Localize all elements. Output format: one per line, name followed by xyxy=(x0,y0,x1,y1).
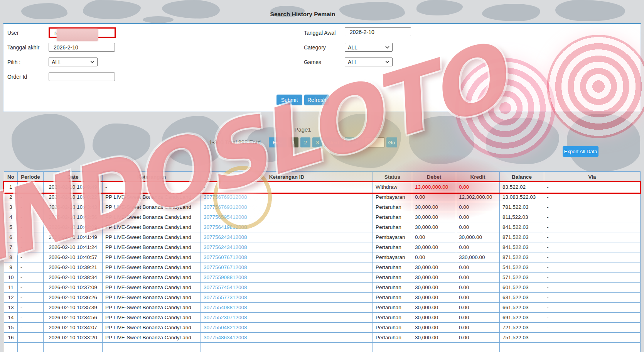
cell: 601,522.03 xyxy=(500,283,544,293)
cell: PP LIVE-Sweet Bonanza CandyLand xyxy=(103,222,201,232)
cell: PP LIVE-Sweet Bonanza CandyLand xyxy=(103,242,201,252)
header-date: Date xyxy=(44,172,103,182)
cell xyxy=(44,343,103,352)
keterangan-id-link[interactable]: 307755577312008 xyxy=(201,293,373,303)
cell: Pertaruhan xyxy=(373,262,412,272)
cell: 11 xyxy=(4,283,18,293)
cell: Pertaruhan xyxy=(373,272,412,283)
pagination: First 1 2 3 Next Last Go xyxy=(269,137,397,147)
go-button[interactable]: Go xyxy=(386,137,397,147)
tanggal-akhir-input[interactable] xyxy=(49,43,115,52)
goto-page-input[interactable] xyxy=(364,137,384,147)
keterangan-id-link[interactable]: 307756769312008 xyxy=(201,192,373,202)
export-all-data-button[interactable]: Export All Data xyxy=(563,146,598,157)
cell: Pertaruhan xyxy=(373,222,412,232)
table-row: 13-2026-02-10 10:35:39PP LIVE-Sweet Bona… xyxy=(4,303,641,313)
cell: Pembayaran xyxy=(373,232,412,242)
cell: 571,522.03 xyxy=(500,272,544,283)
cell: 871,522.03 xyxy=(500,232,544,242)
cell: 6 xyxy=(4,232,18,242)
keterangan-id-link[interactable]: 307756076712008 xyxy=(201,262,373,272)
next-page-button[interactable]: Next xyxy=(324,137,343,147)
games-select-value: ALL xyxy=(348,59,357,65)
cell: PP LIVE-Sweet Bonanza CandyLand xyxy=(103,293,201,303)
table-row: 16-2026-02-10 10:33:20PP LIVE-Sweet Bona… xyxy=(4,333,641,343)
cell: 30,000.00 xyxy=(412,323,456,333)
cell: - xyxy=(544,272,641,283)
header-balance: Balance xyxy=(500,172,544,182)
cell: PP LIVE-Sweet Bonanza CandyLand xyxy=(103,212,201,222)
cell: 2026-02-10 10:36:26 xyxy=(44,293,103,303)
cell: 15 xyxy=(4,323,18,333)
tanggal-awal-input[interactable] xyxy=(345,27,411,36)
cell: - xyxy=(544,202,641,212)
cell: - xyxy=(18,182,44,192)
cell: - xyxy=(18,313,44,323)
cell: PP LIVE-Sweet Bonanza CandyLand xyxy=(103,192,201,202)
pilih-label: Pilih : xyxy=(7,58,20,67)
cell: 751,522.03 xyxy=(500,333,544,343)
cell: Withdraw xyxy=(373,182,412,192)
table-row: 14-2026-02-10 10:34:56PP LIVE-Sweet Bona… xyxy=(4,313,641,323)
header-no: No xyxy=(4,172,18,182)
cell: - xyxy=(201,182,373,192)
cell: - xyxy=(18,323,44,333)
keterangan-id-link[interactable]: 307755048212008 xyxy=(201,323,373,333)
cell: 2026-02-10 10:34:56 xyxy=(44,313,103,323)
page-1-button[interactable]: 1 xyxy=(288,137,298,147)
submit-button[interactable]: Submit xyxy=(276,95,302,105)
order-id-input[interactable] xyxy=(49,72,115,81)
keterangan-id-link[interactable]: 307755408812008 xyxy=(201,303,373,313)
cell: 691,522.03 xyxy=(500,313,544,323)
keterangan-id-link[interactable]: 307756243412008 xyxy=(201,232,373,242)
pilih-select[interactable]: ALL xyxy=(49,58,98,66)
table-row xyxy=(4,343,641,352)
cell: - xyxy=(18,202,44,212)
page-3-button[interactable]: 3 xyxy=(312,137,322,147)
cell: - xyxy=(18,283,44,293)
keterangan-id-link[interactable]: 307756595412008 xyxy=(201,212,373,222)
games-select[interactable]: ALL xyxy=(345,58,393,66)
cell: Pertaruhan xyxy=(373,283,412,293)
cell: 30,000.00 xyxy=(412,313,456,323)
cell: 0.00 xyxy=(456,222,500,232)
keterangan-id-link[interactable]: 307755230712008 xyxy=(201,313,373,323)
cell: PP LIVE-Sweet Bonanza CandyLand xyxy=(103,272,201,283)
page-title: Search History Pemain xyxy=(0,11,605,18)
refresh-button[interactable]: Refresh xyxy=(304,95,329,105)
cell xyxy=(18,343,44,352)
keterangan-id-link[interactable]: 307755745412008 xyxy=(201,283,373,293)
cell: - xyxy=(544,212,641,222)
cell: 30,000.00 xyxy=(412,212,456,222)
cell: 30,000.00 xyxy=(412,333,456,343)
cell: Pertaruhan xyxy=(373,202,412,212)
keterangan-id-link[interactable]: 307756769312008 xyxy=(201,202,373,212)
cell: Pertaruhan xyxy=(373,323,412,333)
cell: - xyxy=(544,182,641,192)
cell: 30,000.00 xyxy=(412,303,456,313)
first-page-button[interactable]: First xyxy=(269,137,287,147)
cell: Pembayaran xyxy=(373,252,412,262)
page-2-button[interactable]: 2 xyxy=(300,137,310,147)
landmass xyxy=(567,114,640,172)
search-filter-panel: User Tanggal akhir Pilih : ALL Order Id … xyxy=(3,23,641,112)
cell: - xyxy=(544,293,641,303)
keterangan-id-link[interactable]: 307756419812008 xyxy=(201,222,373,232)
header-debet: Debet xyxy=(412,172,456,182)
keterangan-id-link[interactable]: 307756243412008 xyxy=(201,242,373,252)
category-select[interactable]: ALL xyxy=(345,43,393,52)
cell: 14 xyxy=(4,313,18,323)
cell xyxy=(373,343,412,352)
cell: 2026-02-10 10:41:24 xyxy=(44,242,103,252)
keterangan-id-link[interactable]: 307756076712008 xyxy=(201,252,373,262)
cell: 5 xyxy=(4,222,18,232)
last-page-button[interactable]: Last xyxy=(345,137,362,147)
cell: 2026-02-10 10:37:09 xyxy=(44,283,103,293)
cell: 2026-02-10 10:42:56 xyxy=(44,212,103,222)
keterangan-id-link[interactable]: 307754863412008 xyxy=(201,333,373,343)
cell: 1 xyxy=(4,182,18,192)
cell: 0.00 xyxy=(412,192,456,202)
cell: - xyxy=(544,262,641,272)
cell: - xyxy=(18,303,44,313)
keterangan-id-link[interactable]: 307755908812008 xyxy=(201,272,373,283)
